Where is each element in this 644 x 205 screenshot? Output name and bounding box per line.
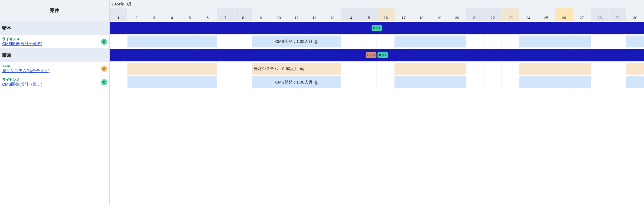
task-bar[interactable] [395,63,466,75]
task-link[interactable]: CMS開発(設計〜単テ) [2,82,42,87]
rank-badge: C [101,79,107,85]
task-bar[interactable] [626,76,644,88]
day-header: 25 [537,8,555,21]
task-bar-label: CMS開発：1.00人月 [275,39,313,44]
day-header: 23 [502,8,519,21]
load-chip: 0.37 [372,25,382,31]
day-header: 17 [395,8,412,21]
task-link[interactable]: CMS開発(設計〜単テ) [2,41,42,46]
task-bar[interactable] [395,76,466,88]
task-bar-label: 発注システム：0.60人月 [254,66,298,71]
day-header: 2 [128,8,145,21]
task-bar[interactable] [519,36,591,47]
load-chip: 0.37 [378,52,388,58]
rank-badge: C [101,39,107,45]
day-header: 20 [448,8,466,21]
task-bar[interactable] [395,36,466,47]
day-header: 8 [235,8,252,21]
day-header: 10 [270,8,288,21]
day-header: 30 [626,8,644,21]
day-header: 29 [609,8,626,21]
summary-bar[interactable]: 0.600.37 [110,49,644,61]
day-header: 6 [199,8,216,21]
day-header: 13 [324,8,341,21]
rank-badge: A [101,66,107,72]
day-header: 9 [252,8,270,21]
task-bar[interactable]: CMS開発：1.00人月 [252,36,341,47]
task-bar-label: CMS開発：1.00人月 [275,80,313,85]
resource-name: 藤原 [0,48,109,62]
task-bar[interactable] [626,63,644,75]
task-link[interactable]: 発注システム(結合テスト) [2,68,50,73]
month-label: 2024年 9月 [110,0,644,8]
day-header: 14 [341,8,359,21]
task-category: YARE [2,64,50,68]
resource-name: 猪本 [0,21,109,35]
summary-bar[interactable]: 0.37 [110,22,644,34]
rabbit-icon [314,39,318,44]
task-bar[interactable] [128,63,217,75]
day-header: 12 [306,8,323,21]
day-header: 11 [288,8,305,21]
column-header-project: 案件 [0,0,109,21]
task-category: ライセンス [2,37,42,41]
day-header: 24 [519,8,537,21]
task-bar[interactable] [128,36,217,47]
task-bar[interactable] [519,63,591,75]
day-header: 4 [163,8,181,21]
shrimp-icon [299,66,304,71]
task-bar[interactable] [626,36,644,47]
day-header: 21 [466,8,484,21]
day-header: 26 [555,8,573,21]
day-header: 15 [359,8,377,21]
day-header: 27 [573,8,591,21]
task-category: ライセンス [2,78,42,82]
rabbit-icon [314,80,318,85]
day-header: 16 [377,8,395,21]
task-bar[interactable]: 発注システム：0.60人月 [252,63,341,75]
day-header: 22 [484,8,502,21]
day-header: 1 [110,8,127,21]
task-bar[interactable] [128,76,217,88]
day-header: 28 [591,8,609,21]
day-header: 18 [413,8,430,21]
days-header: 1234567891011121314151617181920212223242… [110,8,644,21]
day-header: 5 [181,8,199,21]
task-bar[interactable] [519,76,591,88]
load-chip: 0.60 [366,52,376,58]
day-header: 7 [217,8,234,21]
task-bar[interactable]: CMS開発：1.00人月 [252,76,341,88]
day-header: 19 [430,8,448,21]
day-header: 3 [145,8,163,21]
